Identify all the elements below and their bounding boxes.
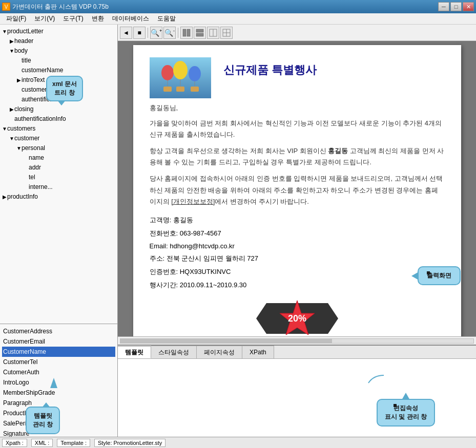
tool-stop-button[interactable]: ■ bbox=[133, 27, 146, 39]
address-line: 주소: 전북 군산시 임피면 월하리 727 bbox=[150, 254, 445, 263]
menu-database[interactable]: 데이터베이스 bbox=[108, 13, 153, 24]
tree-node-header[interactable]: ▶header bbox=[9, 36, 115, 46]
tab-xpath[interactable]: XPath bbox=[242, 346, 274, 358]
leaf-icon bbox=[9, 115, 14, 124]
tool-layout2-button[interactable] bbox=[194, 27, 206, 39]
tool-zoom-in-button[interactable]: 🔍+ bbox=[150, 27, 162, 39]
status-bar: Xpath : XML : Template : Style: Promotio… bbox=[0, 437, 476, 448]
app-icon: V bbox=[2, 3, 10, 11]
doc-title: 신규제품 특별행사 bbox=[223, 57, 317, 78]
tree-node-customer2[interactable]: ▼customer bbox=[9, 134, 115, 143]
personal-info-link[interactable]: [개인정보보정] bbox=[171, 198, 215, 205]
tree-node-authentificationInfo2[interactable]: authentificationInfo bbox=[9, 114, 115, 124]
vip-name: 홍길동 bbox=[328, 147, 348, 155]
leaf-icon bbox=[24, 183, 29, 192]
h-scrollbar[interactable] bbox=[118, 336, 476, 345]
menu-tools[interactable]: 도구(T) bbox=[59, 13, 87, 24]
phone-line: 전화번호: 063-987-4567 bbox=[150, 229, 445, 238]
address-value: 전북 군산시 임피면 월하리 727 bbox=[167, 254, 258, 262]
menu-convert[interactable]: 변환 bbox=[88, 13, 108, 24]
menu-help[interactable]: 도움말 bbox=[153, 13, 180, 24]
tree-node-name[interactable]: name bbox=[24, 153, 115, 163]
tree-node-body[interactable]: ▼body bbox=[9, 46, 115, 56]
tab-page[interactable]: 페이지속성 bbox=[197, 346, 242, 358]
template-item-customerName[interactable]: CustomerName bbox=[2, 347, 115, 357]
doc-para1: 가을을 맞이하여 금번 저희 회사에서는 혁신적인 기능과 이전 모델보다 새로… bbox=[150, 118, 445, 140]
template-panel[interactable]: CustomerAddress CustomerEmail CustomerNa… bbox=[0, 324, 117, 437]
expand-icon: ▼ bbox=[9, 134, 14, 143]
tree-node-productLetter[interactable]: ▼productLetter bbox=[2, 27, 115, 36]
tool-zoom-out-button[interactable]: 🔍- bbox=[163, 27, 176, 39]
layout3-icon bbox=[209, 29, 217, 37]
doc-preview[interactable]: 신규제품 특별행사 홍길동님, 가을을 맞이하여 금번 저희 회사에서는 혁신적… bbox=[118, 41, 476, 336]
tree-node-title[interactable]: title bbox=[16, 56, 115, 66]
tree-node-addr[interactable]: addr bbox=[24, 163, 115, 173]
title-bar-left: V 가변데이터 출판 시스템 VDP 0.75b bbox=[2, 3, 109, 11]
xml-label: XML : bbox=[35, 440, 49, 446]
expand-icon: ▼ bbox=[2, 124, 7, 134]
tree-node-customers[interactable]: ▼customers bbox=[2, 124, 115, 134]
status-style: Style: PromotionLetter.sty bbox=[94, 439, 165, 447]
tree-node-closing[interactable]: ▶closing bbox=[9, 104, 115, 114]
toolbar-separator-2 bbox=[178, 28, 178, 38]
tree-area[interactable]: ▼productLetter ▶header ▼body title bbox=[0, 25, 117, 324]
svg-rect-1 bbox=[187, 29, 190, 36]
customer-name-label: 고객명: bbox=[150, 216, 173, 224]
expand-icon: ▼ bbox=[2, 27, 7, 36]
toolbar: ◄ ■ 🔍+ 🔍- bbox=[118, 25, 476, 41]
doc-para3: 당사 홈페이지에 접속하시어 아래의 인증 번호를 입력하시면 제품을 보내드리… bbox=[150, 173, 445, 207]
tree-node-customerName[interactable]: customerName bbox=[16, 66, 115, 75]
menu-view[interactable]: 보기(V) bbox=[30, 13, 59, 24]
template-item-cutomerAuth[interactable]: CutomerAuth bbox=[2, 367, 115, 377]
doc-body: 홍길동님, 가을을 맞이하여 금번 저희 회사에서는 혁신적인 기능과 이전 모… bbox=[150, 102, 445, 207]
email-line: Email: hdhong@htcvdp.co.kr bbox=[150, 242, 445, 250]
doc-greeting: 홍길동님, bbox=[150, 102, 445, 114]
email-value: hdhong@htcvdp.co.kr bbox=[170, 242, 235, 250]
discount-svg: 20% bbox=[246, 298, 348, 336]
tree-node-interne[interactable]: interne... bbox=[24, 182, 115, 192]
maximize-button[interactable]: □ bbox=[450, 2, 462, 11]
phone-value: 063-987-4567 bbox=[180, 229, 221, 237]
tab-template[interactable]: 템플릿 bbox=[118, 346, 151, 358]
close-button[interactable]: ✕ bbox=[463, 2, 474, 11]
tree-children-personal: name addr tel interne... bbox=[16, 153, 115, 192]
layout2-icon bbox=[196, 29, 204, 37]
customer-name-line: 고객명: 홍길동 bbox=[150, 216, 445, 225]
leaf-icon bbox=[16, 66, 22, 75]
leaf-icon bbox=[24, 173, 29, 182]
template-item-customerAddress[interactable]: CustomerAddress bbox=[2, 326, 115, 336]
tab-content[interactable]: 편집속성표시 및 관리 창 bbox=[118, 359, 476, 437]
toolbar-separator-1 bbox=[148, 28, 148, 38]
tree-node-productInfo[interactable]: ▶productInfo bbox=[2, 192, 115, 202]
right-panel: ◄ ■ 🔍+ 🔍- bbox=[118, 25, 476, 437]
svg-rect-16 bbox=[163, 87, 172, 92]
svg-rect-3 bbox=[196, 33, 203, 36]
tool-layout3-button[interactable] bbox=[207, 27, 219, 39]
doc-header-image bbox=[150, 57, 211, 98]
tool-back-button[interactable]: ◄ bbox=[120, 27, 132, 39]
template-item-paragraph[interactable]: Paragraph bbox=[2, 398, 115, 408]
status-xpath: Xpath : bbox=[2, 439, 27, 447]
leaf-icon bbox=[16, 86, 22, 95]
template-item-customerTel[interactable]: CustomerTel bbox=[2, 357, 115, 367]
header-svg bbox=[150, 57, 211, 98]
svg-point-12 bbox=[173, 61, 188, 79]
address-label: 주소: bbox=[150, 254, 167, 262]
tool-layout1-button[interactable] bbox=[180, 27, 193, 39]
menu-file[interactable]: 파일(F) bbox=[2, 13, 30, 24]
period-label: 행사기간: bbox=[150, 281, 180, 289]
expand-icon: ▶ bbox=[9, 37, 14, 46]
title-controls[interactable]: ─ □ ✕ bbox=[438, 2, 474, 11]
tool-layout4-button[interactable] bbox=[220, 27, 233, 39]
template-item-customerEmail[interactable]: CustomerEmail bbox=[2, 336, 115, 347]
layout1-icon bbox=[182, 29, 191, 37]
tab-style[interactable]: 스타일속성 bbox=[151, 346, 197, 358]
output-tooltip: 출력화면 bbox=[418, 266, 461, 285]
template-label: Template : bbox=[60, 440, 87, 446]
svg-rect-2 bbox=[196, 29, 203, 32]
minimize-button[interactable]: ─ bbox=[438, 2, 449, 11]
tree-node-tel[interactable]: tel bbox=[24, 173, 115, 182]
svg-rect-17 bbox=[176, 87, 184, 92]
tree-node-personal[interactable]: ▼personal bbox=[16, 143, 115, 153]
edit-arrow bbox=[363, 373, 389, 388]
